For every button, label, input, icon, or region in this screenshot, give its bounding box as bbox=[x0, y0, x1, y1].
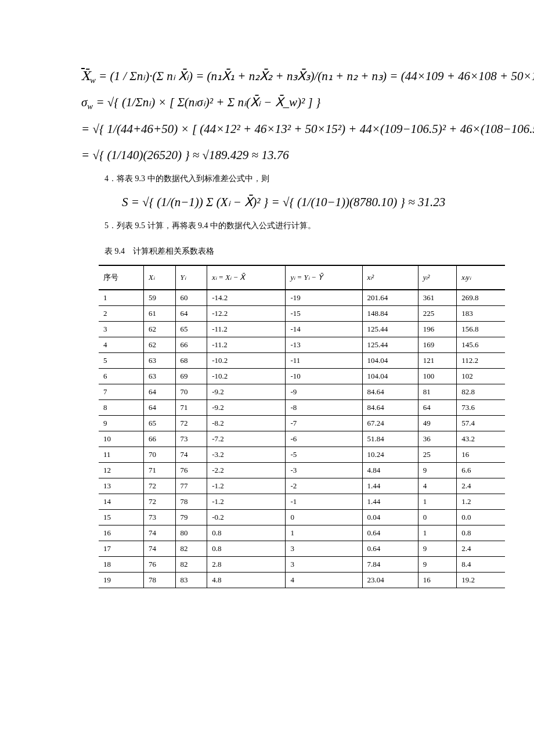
table-cell: 36 bbox=[418, 431, 456, 447]
table-cell: 361 bbox=[418, 290, 456, 306]
table-cell: -1 bbox=[286, 494, 362, 510]
table-caption: 表 9.4 计算积差相关系数表格 bbox=[104, 246, 493, 257]
table-cell: 4.8 bbox=[207, 573, 286, 588]
table-cell: -11.2 bbox=[207, 337, 286, 353]
table-cell: 78 bbox=[143, 573, 175, 588]
table-cell: 79 bbox=[175, 510, 207, 525]
table-row: 1674800.810.6410.8 bbox=[99, 525, 505, 541]
table-cell: 67.24 bbox=[362, 416, 418, 431]
table-cell: 69 bbox=[175, 369, 207, 384]
col-xsq: xᵢ² bbox=[362, 265, 418, 290]
table-row: 106673-7.2-651.843643.2 bbox=[99, 431, 505, 447]
table-cell: 8.4 bbox=[457, 557, 505, 573]
table-cell: 16 bbox=[457, 447, 505, 463]
table-cell: 0 bbox=[286, 510, 362, 525]
table-cell: 125.44 bbox=[362, 337, 418, 353]
table-cell: 61 bbox=[143, 306, 175, 322]
table-cell: 13 bbox=[99, 478, 143, 494]
table-cell: 19 bbox=[99, 573, 143, 588]
table-cell: 63 bbox=[143, 353, 175, 369]
table-cell: 1.2 bbox=[457, 494, 505, 510]
table-cell: 43.2 bbox=[457, 431, 505, 447]
table-cell: -12.2 bbox=[207, 306, 286, 322]
table-cell: 9 bbox=[418, 463, 456, 478]
table-cell: 51.84 bbox=[362, 431, 418, 447]
table-row: 46266-11.2-13125.44169145.6 bbox=[99, 337, 505, 353]
table-cell: 8 bbox=[99, 400, 143, 416]
table-cell: -9.2 bbox=[207, 384, 286, 400]
table-cell: -14.2 bbox=[207, 290, 286, 306]
table-cell: 18 bbox=[99, 557, 143, 573]
table-cell: 0.8 bbox=[207, 525, 286, 541]
table-row: 26164-12.2-15148.84225183 bbox=[99, 306, 505, 322]
table-cell: -1.2 bbox=[207, 494, 286, 510]
table-cell: 7 bbox=[99, 384, 143, 400]
table-cell: 64 bbox=[143, 400, 175, 416]
table-cell: -8 bbox=[286, 400, 362, 416]
table-cell: 9 bbox=[418, 541, 456, 557]
table-cell: 81 bbox=[418, 384, 456, 400]
table-cell: 225 bbox=[418, 306, 456, 322]
table-cell: 4.84 bbox=[362, 463, 418, 478]
table-cell: 104.04 bbox=[362, 369, 418, 384]
table-row: 66369-10.2-10104.04100102 bbox=[99, 369, 505, 384]
table-cell: 60 bbox=[175, 290, 207, 306]
table-cell: -10 bbox=[286, 369, 362, 384]
table-cell: 25 bbox=[418, 447, 456, 463]
table-cell: -7 bbox=[286, 416, 362, 431]
table-cell: 125.44 bbox=[362, 322, 418, 337]
table-cell: 74 bbox=[143, 525, 175, 541]
table-cell: 156.8 bbox=[457, 322, 505, 337]
table-cell: 4 bbox=[286, 573, 362, 588]
table-cell: 1.44 bbox=[362, 478, 418, 494]
table-cell: 74 bbox=[143, 541, 175, 557]
table-cell: 84.64 bbox=[362, 384, 418, 400]
table-cell: 9 bbox=[99, 416, 143, 431]
table-row: 96572-8.2-767.244957.4 bbox=[99, 416, 505, 431]
table-cell: 0.8 bbox=[457, 525, 505, 541]
table-cell: 0.04 bbox=[362, 510, 418, 525]
col-yi: Yᵢ bbox=[175, 265, 207, 290]
table-cell: -13 bbox=[286, 337, 362, 353]
table-cell: -15 bbox=[286, 306, 362, 322]
table-row: 15960-14.2-19201.64361269.8 bbox=[99, 290, 505, 306]
table-cell: 2 bbox=[99, 306, 143, 322]
table-cell: -11 bbox=[286, 353, 362, 369]
table-cell: -2.2 bbox=[207, 463, 286, 478]
table-cell: 16 bbox=[99, 525, 143, 541]
table-cell: 1 bbox=[99, 290, 143, 306]
col-index: 序号 bbox=[99, 265, 143, 290]
table-cell: 64 bbox=[143, 384, 175, 400]
table-row: 157379-0.200.0400.0 bbox=[99, 510, 505, 525]
table-cell: 0.8 bbox=[207, 541, 286, 557]
table-row: 1978834.8423.041619.2 bbox=[99, 573, 505, 588]
table-cell: -10.2 bbox=[207, 353, 286, 369]
table-cell: 1 bbox=[418, 494, 456, 510]
table-cell: 10.24 bbox=[362, 447, 418, 463]
table-cell: 17 bbox=[99, 541, 143, 557]
table-row: 1774820.830.6492.4 bbox=[99, 541, 505, 557]
table-cell: -9.2 bbox=[207, 400, 286, 416]
table-cell: -11.2 bbox=[207, 322, 286, 337]
table-cell: 70 bbox=[175, 384, 207, 400]
table-row: 117074-3.2-510.242516 bbox=[99, 447, 505, 463]
correlation-table: 序号 Xᵢ Yᵢ xᵢ = Xᵢ − X̄ yᵢ = Yᵢ − Ȳ xᵢ² yᵢ… bbox=[99, 265, 505, 588]
table-cell: 64 bbox=[175, 306, 207, 322]
table-cell: -8.2 bbox=[207, 416, 286, 431]
table-cell: 12 bbox=[99, 463, 143, 478]
table-cell: 7.84 bbox=[362, 557, 418, 573]
table-cell: 0 bbox=[418, 510, 456, 525]
table-cell: 9 bbox=[418, 557, 456, 573]
table-cell: -5 bbox=[286, 447, 362, 463]
table-cell: 104.04 bbox=[362, 353, 418, 369]
table-row: 56368-10.2-11104.04121112.2 bbox=[99, 353, 505, 369]
table-cell: 64 bbox=[418, 400, 456, 416]
table-cell: 10 bbox=[99, 431, 143, 447]
table-cell: 82.8 bbox=[457, 384, 505, 400]
table-row: 1876822.837.8498.4 bbox=[99, 557, 505, 573]
table-cell: 73.6 bbox=[457, 400, 505, 416]
table-cell: 23.04 bbox=[362, 573, 418, 588]
table-row: 137277-1.2-21.4442.4 bbox=[99, 478, 505, 494]
table-cell: 76 bbox=[175, 463, 207, 478]
table-cell: 1 bbox=[286, 525, 362, 541]
